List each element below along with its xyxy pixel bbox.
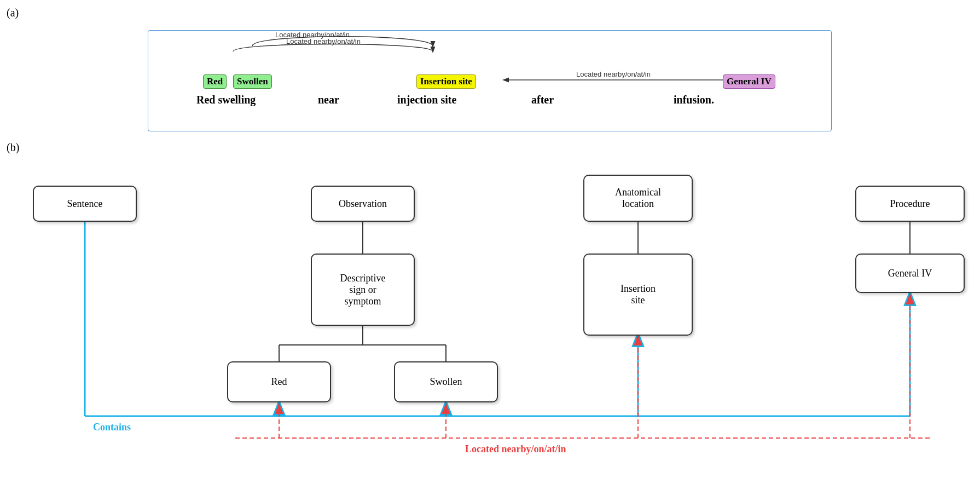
node-red: Red (227, 361, 331, 402)
token-general-iv: General IV (723, 74, 775, 89)
word-infusion: infusion. (674, 94, 714, 106)
token-insertion-site: Insertion site (416, 74, 476, 89)
node-insertion-site: Insertion site (583, 254, 693, 336)
located-legend-label: Located nearby/on/at/in (465, 444, 566, 455)
node-general-iv: General IV (855, 254, 965, 293)
word-near: near (318, 94, 339, 106)
svg-text:Located nearby/on/at/in: Located nearby/on/at/in (576, 70, 651, 78)
node-descriptive: Descriptive sign or symptom (311, 254, 415, 326)
panel-a-diagram: Located nearby/on/at/in Located nearby/o… (148, 30, 832, 131)
node-swollen: Swollen (394, 361, 498, 402)
word-injection-site: injection site (397, 94, 456, 106)
word-after: after (531, 94, 554, 106)
token-swollen: Swollen (233, 74, 272, 89)
contains-legend-label: Contains (93, 422, 131, 433)
svg-text:Located nearby/on/at/in: Located nearby/on/at/in (275, 31, 350, 39)
word-red-swelling: Red swelling (196, 94, 256, 106)
panel-b-label: (b) (7, 141, 19, 154)
node-sentence: Sentence (33, 186, 137, 222)
node-procedure: Procedure (855, 186, 965, 222)
svg-text:Located nearby/on/at/in: Located nearby/on/at/in (286, 37, 361, 45)
token-red: Red (203, 74, 227, 89)
node-observation: Observation (311, 186, 415, 222)
panel-a-label: (a) (7, 7, 19, 19)
node-anatomical-location: Anatomical location (583, 175, 693, 222)
